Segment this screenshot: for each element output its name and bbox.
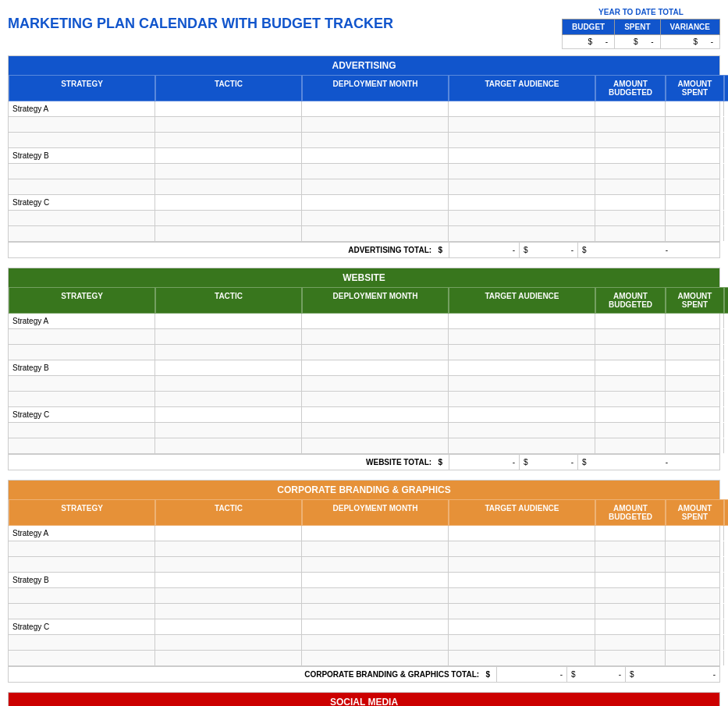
adv-a3-tactic <box>155 133 302 147</box>
ytd-section: YEAR TO DATE TOTAL BUDGET SPENT VARIANCE… <box>562 8 720 49</box>
web-row-b3: $- <box>9 392 719 407</box>
adv-c2-budgeted <box>595 211 666 225</box>
adv-a3-spent <box>666 133 724 147</box>
adv-a3-variance: $- <box>724 133 728 147</box>
brand-row-b2: $- <box>9 588 719 604</box>
web-a1-variance: $- <box>724 314 728 328</box>
brand-total-label: CORPORATE BRANDING & GRAPHICS TOTAL: $ <box>9 667 497 682</box>
adv-b2-budgeted <box>595 164 666 179</box>
web-col-audience: TARGET AUDIENCE <box>449 287 595 314</box>
brand-total-budgeted: - <box>497 667 567 682</box>
adv-c2-audience <box>449 211 595 225</box>
adv-a3-audience <box>449 133 595 147</box>
adv-a1-deployment <box>302 101 449 116</box>
adv-row-b1: Strategy B $- <box>9 148 719 164</box>
web-a1-budgeted <box>595 314 666 328</box>
advertising-section-header: ADVERTISING <box>9 56 719 75</box>
web-a1-strategy: Strategy A <box>9 314 155 328</box>
adv-row-c2: $- <box>9 211 719 226</box>
adv-a2-strategy <box>9 117 155 132</box>
web-row-b1: Strategy B $- <box>9 360 719 376</box>
adv-col-tactic: TACTIC <box>155 75 302 101</box>
website-col-headers: STRATEGY TACTIC DEPLOYMENT MONTH TARGET … <box>9 287 719 314</box>
adv-b3-variance: $- <box>724 179 728 194</box>
web-row-c3: $- <box>9 438 719 454</box>
ytd-variance-header: VARIANCE <box>660 20 719 35</box>
adv-c1-spent <box>666 195 724 210</box>
adv-a2-spent <box>666 117 724 132</box>
brand-row-b3: $- <box>9 604 719 619</box>
adv-c2-tactic <box>155 211 302 225</box>
adv-a2-deployment <box>302 117 449 132</box>
adv-a2-budgeted <box>595 117 666 132</box>
brand-c1-strategy: Strategy C <box>9 619 155 634</box>
web-total-spent: $- <box>520 455 578 470</box>
advertising-col-headers: STRATEGY TACTIC DEPLOYMENT MONTH TARGET … <box>9 75 719 101</box>
adv-col-deployment: DEPLOYMENT MONTH <box>302 75 449 101</box>
ytd-budget-val: $ - <box>562 35 614 49</box>
web-col-spent: AMOUNT SPENT <box>666 287 724 314</box>
adv-b2-tactic <box>155 164 302 179</box>
brand-total-row: CORPORATE BRANDING & GRAPHICS TOTAL: $ -… <box>9 666 719 682</box>
web-col-deployment: DEPLOYMENT MONTH <box>302 287 449 314</box>
web-row-a3: $- <box>9 345 719 360</box>
web-row-a1: Strategy A $- <box>9 314 719 329</box>
brand-total-spent: $- <box>567 667 626 682</box>
adv-b2-variance: $- <box>724 164 728 179</box>
web-row-c1: Strategy C $- <box>9 407 719 423</box>
adv-b2-deployment <box>302 164 449 179</box>
adv-c2-strategy <box>9 211 155 225</box>
adv-col-strategy: STRATEGY <box>9 75 155 101</box>
branding-section-header: CORPORATE BRANDING & GRAPHICS <box>9 481 719 499</box>
adv-total-budgeted: - <box>449 243 520 257</box>
website-section-header: WEBSITE <box>9 268 719 287</box>
adv-b2-strategy <box>9 164 155 179</box>
adv-row-b2: $- <box>9 164 719 179</box>
web-a1-tactic <box>155 314 302 328</box>
web-a1-spent <box>666 314 724 328</box>
adv-col-budgeted: AMOUNT BUDGETED <box>595 75 666 101</box>
adv-a1-spent <box>666 101 724 116</box>
web-total-row: WEBSITE TOTAL: $ - $- $- <box>9 454 719 470</box>
header-area: MARKETING PLAN CALENDAR WITH BUDGET TRAC… <box>8 8 720 49</box>
brand-col-variance: BUDGET VARIANCE <box>724 499 728 526</box>
web-col-variance: BUDGET VARIANCE <box>724 287 728 314</box>
brand-col-spent: AMOUNT SPENT <box>666 499 724 526</box>
adv-b3-audience <box>449 179 595 194</box>
adv-b1-spent <box>666 148 724 163</box>
adv-c3-budgeted <box>595 226 666 241</box>
page: MARKETING PLAN CALENDAR WITH BUDGET TRAC… <box>0 0 728 706</box>
brand-row-b1: Strategy B $- <box>9 573 719 588</box>
adv-b3-deployment <box>302 179 449 194</box>
brand-col-budgeted: AMOUNT BUDGETED <box>595 499 666 526</box>
adv-a1-strategy: Strategy A <box>9 101 155 116</box>
ytd-budget-header: BUDGET <box>562 20 614 35</box>
adv-row-c3: $- <box>9 226 719 242</box>
adv-col-spent: AMOUNT SPENT <box>666 75 724 101</box>
adv-c1-strategy: Strategy C <box>9 195 155 210</box>
adv-a2-tactic <box>155 117 302 132</box>
adv-b3-tactic <box>155 179 302 194</box>
main-title: MARKETING PLAN CALENDAR WITH BUDGET TRAC… <box>8 16 393 32</box>
adv-a2-audience <box>449 117 595 132</box>
adv-b1-tactic <box>155 148 302 163</box>
web-row-c2: $- <box>9 423 719 438</box>
brand-row-a2: $- <box>9 541 719 557</box>
adv-a1-budgeted <box>595 101 666 116</box>
web-col-tactic: TACTIC <box>155 287 302 314</box>
web-total-label: WEBSITE TOTAL: $ <box>9 455 449 470</box>
adv-b3-budgeted <box>595 179 666 194</box>
adv-a3-budgeted <box>595 133 666 147</box>
adv-b2-spent <box>666 164 724 179</box>
adv-col-audience: TARGET AUDIENCE <box>449 75 595 101</box>
adv-c3-variance: $- <box>724 226 728 241</box>
adv-row-a3: $- <box>9 133 719 148</box>
adv-a3-deployment <box>302 133 449 147</box>
web-col-strategy: STRATEGY <box>9 287 155 314</box>
adv-b1-budgeted <box>595 148 666 163</box>
adv-c2-spent <box>666 211 724 225</box>
adv-b1-audience <box>449 148 595 163</box>
social-section-header: SOCIAL MEDIA <box>9 693 719 706</box>
adv-total-variance: $- <box>578 243 672 257</box>
brand-row-c3: $- <box>9 651 719 666</box>
